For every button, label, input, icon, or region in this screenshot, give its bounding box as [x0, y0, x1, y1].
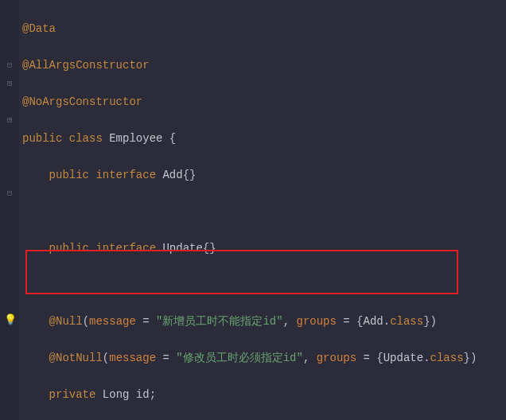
punct: = — [136, 315, 156, 328]
brace: {} — [203, 242, 216, 255]
punct: ( — [83, 315, 89, 328]
code-line: public class Employee { — [22, 130, 477, 148]
param-name: message — [109, 352, 156, 364]
type-name: Add — [162, 169, 182, 181]
punct: = { — [356, 352, 383, 364]
class-name: Employee — [109, 132, 162, 145]
type-name: Long — [103, 388, 136, 401]
punct: ( — [103, 352, 109, 364]
param-name: groups — [317, 352, 356, 364]
punct: }) — [423, 315, 437, 328]
annotation: @Data — [22, 22, 56, 35]
code-editor[interactable]: @Data @AllArgsConstructor @NoArgsConstru… — [22, 2, 477, 420]
editor-gutter: ⊟ ⊞ ⊞ ⊟ 💡 — [0, 0, 19, 420]
param-name: groups — [296, 315, 336, 328]
brace: { — [162, 132, 176, 145]
keyword: class — [390, 315, 423, 328]
code-line: private Long id; — [22, 386, 477, 404]
string: "新增员工时不能指定id" — [156, 315, 283, 328]
code-line: @Null(message = "新增员工时不能指定id", groups = … — [22, 313, 477, 331]
field-name: id — [136, 388, 150, 401]
string: "修改员工时必须指定id" — [176, 352, 303, 364]
code-line — [22, 276, 477, 294]
punct: , — [283, 315, 297, 328]
punct: . — [383, 315, 390, 328]
punct: . — [423, 352, 430, 364]
code-line: public interface Add{} — [22, 166, 477, 185]
param-name: message — [89, 315, 136, 328]
keyword: class — [430, 352, 464, 364]
type-name: Add — [364, 315, 383, 328]
code-line: @AllArgsConstructor — [22, 56, 477, 75]
code-line: @NoArgsConstructor — [22, 93, 477, 111]
code-line: @Data — [22, 20, 477, 38]
punct: = — [156, 352, 176, 364]
code-line: public interface Update{} — [22, 239, 477, 258]
punct: ; — [150, 388, 156, 401]
punct: = { — [337, 315, 364, 328]
brace: {} — [183, 169, 197, 181]
annotation: @AllArgsConstructor — [22, 59, 150, 72]
fold-icon[interactable]: ⊞ — [7, 116, 13, 125]
fold-icon[interactable]: ⊞ — [7, 80, 13, 88]
fold-icon[interactable]: ⊟ — [7, 189, 13, 198]
fold-icon[interactable]: ⊟ — [7, 61, 13, 70]
punct: }) — [464, 352, 477, 364]
annotation: @NoArgsConstructor — [22, 95, 142, 108]
intention-bulb-icon[interactable]: 💡 — [4, 315, 17, 325]
keyword: public class — [22, 132, 109, 145]
annotation: @Null — [49, 315, 83, 328]
type-name: Update — [383, 352, 423, 364]
code-line — [22, 203, 477, 221]
punct: , — [303, 352, 317, 364]
annotation: @NotNull — [49, 352, 103, 364]
keyword: public interface — [49, 169, 163, 181]
type-name: Update — [162, 242, 202, 255]
code-line: @NotNull(message = "修改员工时必须指定id", groups… — [22, 349, 477, 368]
keyword: public interface — [49, 242, 163, 255]
keyword: private — [49, 388, 103, 401]
